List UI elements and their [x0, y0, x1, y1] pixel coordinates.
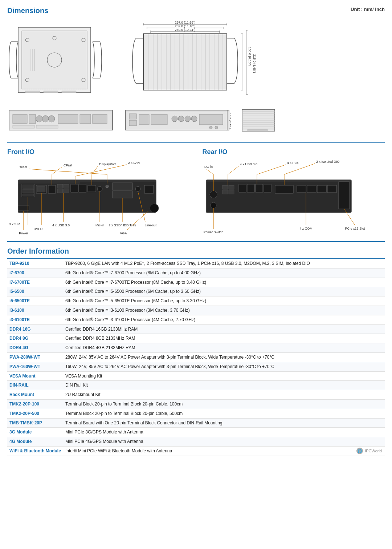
rear-io-diagram: DC-in 4 x USB 3.0 4 x PoE 2 x Isolated D…	[203, 158, 385, 235]
watermark-text: IPCWorld	[365, 449, 382, 453]
svg-text:4 x COM: 4 x COM	[299, 227, 313, 230]
front-io-diagram: Reset CFast DisplayPort 2 x LAN	[7, 158, 190, 235]
svg-rect-167	[222, 185, 228, 189]
rear-panel-svg: 79.1 (3.11")	[124, 106, 231, 136]
order-desc: 6th Gen Intel® Core™ i7-6700TE Processor…	[63, 278, 385, 287]
order-sku: i7-6700	[7, 268, 63, 278]
svg-point-91	[215, 126, 218, 129]
svg-text:DisplayPort: DisplayPort	[99, 162, 116, 166]
svg-text:4 x USB 3.0: 4 x USB 3.0	[240, 162, 257, 166]
svg-text:4 x USB 3.0: 4 x USB 3.0	[52, 223, 70, 227]
order-desc: Certified DDR4 8GB 2133MHz RAM	[63, 334, 385, 343]
order-desc: TBP-9200, 6 GigE LAN with 4 M12 PoE⁺, 2 …	[63, 259, 385, 268]
svg-point-72	[48, 116, 55, 122]
rear-io-title: Rear I/O	[203, 148, 385, 156]
svg-rect-118	[48, 185, 56, 193]
svg-line-144	[75, 165, 127, 176]
order-table-row: PWA-280W-WT280W, 24V, 85V AC to 264V AC …	[7, 352, 385, 362]
svg-rect-129	[113, 191, 132, 198]
watermark-icon: 🌐	[356, 447, 363, 455]
svg-text:3 x SIM: 3 x SIM	[9, 222, 20, 226]
order-table-row: DIN-RAILDIN Rail Kit	[7, 381, 385, 390]
svg-rect-18	[62, 91, 76, 93]
svg-point-130	[135, 186, 140, 191]
order-sku: TMB-TMBK-20P	[7, 418, 63, 428]
svg-point-87	[185, 116, 191, 122]
order-desc: VESA Mounting Kit	[63, 371, 385, 381]
svg-point-86	[178, 116, 184, 122]
front-panel-svg	[7, 106, 114, 136]
svg-rect-119	[57, 184, 63, 188]
svg-rect-121	[64, 184, 69, 188]
svg-rect-16	[25, 91, 40, 93]
order-table-row: TMB-TMBK-20PTerminal Board with One 20-p…	[7, 418, 385, 428]
svg-rect-122	[64, 189, 69, 193]
svg-line-157	[127, 211, 149, 230]
order-table-row: TMK2-20P-500Terminal Block 20-pin to Ter…	[7, 409, 385, 418]
order-table-row: DDR4 8GCertified DDR4 8GB 2133MHz RAM	[7, 334, 385, 343]
side-view-drawing	[240, 106, 284, 137]
order-desc: Terminal Block 20-pin to Terminal Block …	[63, 399, 385, 409]
svg-rect-74	[80, 114, 91, 124]
top-view-svg: 297.0 (11.69") 282.0 (11.10") 260.0 (10.…	[114, 20, 256, 102]
svg-point-70	[36, 116, 42, 122]
svg-rect-168	[222, 190, 228, 194]
order-desc: Intel® Mini PCIe WiFi & Bluetooth Module…	[63, 446, 385, 456]
top-drawings: 297.0 (11.69") 282.0 (11.10") 260.0 (10.…	[7, 20, 385, 103]
svg-rect-169	[229, 185, 234, 189]
svg-rect-114	[23, 189, 34, 193]
order-sku: TMK2-20P-500	[7, 409, 63, 418]
order-sku: DDR4 16G	[7, 324, 63, 334]
unit-label: Unit : mm/ inch	[351, 7, 385, 12]
order-desc: 6th Gen Intel® Core™ i5-6500 Processor (…	[63, 287, 385, 296]
page: Dimensions Unit : mm/ inch	[0, 0, 392, 463]
order-table-row: DDR4 16GCertified DDR4 16GB 2133MHz RAM	[7, 324, 385, 334]
order-sku: DDR4 8G	[7, 334, 63, 343]
order-sku: DIN-RAIL	[7, 381, 63, 390]
svg-point-181	[211, 202, 216, 208]
svg-text:Power Switch: Power Switch	[203, 230, 223, 234]
svg-text:CFast: CFast	[64, 164, 73, 167]
section-divider-1	[7, 142, 385, 143]
svg-rect-178	[317, 185, 326, 193]
front-panel-drawing	[7, 106, 114, 137]
svg-text:Mic-in: Mic-in	[95, 223, 104, 227]
svg-rect-120	[57, 189, 63, 193]
order-sku: DDR4 4G	[7, 343, 63, 353]
svg-text:Line-out: Line-out	[145, 223, 157, 227]
front-io-svg: Reset CFast DisplayPort 2 x LAN	[7, 158, 185, 234]
order-table-row: i7-6700TE6th Gen Intel® Core™ i7-6700TE …	[7, 278, 385, 287]
svg-rect-172	[247, 184, 254, 192]
order-table-row: WiFi & Bluetooth ModuleIntel® Mini PCIe …	[7, 446, 385, 456]
svg-line-192	[284, 164, 315, 174]
side-view-svg	[240, 106, 284, 136]
svg-point-85	[172, 116, 177, 122]
svg-point-166	[210, 191, 217, 198]
order-table-row: DDR4 4GCertified DDR4 4GB 2133MHz RAM	[7, 343, 385, 353]
svg-text:297.0 (11.69"): 297.0 (11.69")	[175, 21, 196, 24]
svg-rect-132	[18, 205, 29, 211]
order-desc: Mini PCIe 3G/GPS Module with Antenna	[63, 428, 385, 437]
svg-rect-128	[113, 183, 132, 190]
rear-panel-drawing: 79.1 (3.11")	[124, 106, 231, 137]
svg-rect-82	[129, 120, 136, 126]
section-divider-2	[7, 241, 385, 242]
order-sku: 4G Module	[7, 437, 63, 447]
svg-rect-131	[144, 185, 154, 193]
order-sku: Rack Mount	[7, 390, 63, 400]
order-table-row: PWA-160W-WT160W, 24V, 85V AC to 264V AC …	[7, 362, 385, 371]
svg-rect-174	[264, 184, 271, 192]
rear-io: Rear I/O	[203, 148, 385, 235]
svg-text:DC-in: DC-in	[204, 165, 213, 169]
svg-rect-123	[71, 184, 78, 192]
order-desc: Certified DDR4 4GB 2133MHz RAM	[63, 343, 385, 353]
svg-rect-175	[275, 185, 293, 193]
order-desc: Certified DDR4 16GB 2133MHz RAM	[63, 324, 385, 334]
order-sku: i5-6500TE	[7, 296, 63, 306]
svg-rect-115	[23, 194, 34, 196]
order-table-row: 3G ModuleMini PCIe 3G/GPS Module with An…	[7, 428, 385, 437]
svg-rect-81	[129, 114, 136, 119]
svg-rect-124	[79, 184, 86, 192]
svg-text:DVI-D: DVI-D	[34, 227, 43, 231]
order-table-row: TMK2-20P-100Terminal Block 20-pin to Ter…	[7, 399, 385, 409]
